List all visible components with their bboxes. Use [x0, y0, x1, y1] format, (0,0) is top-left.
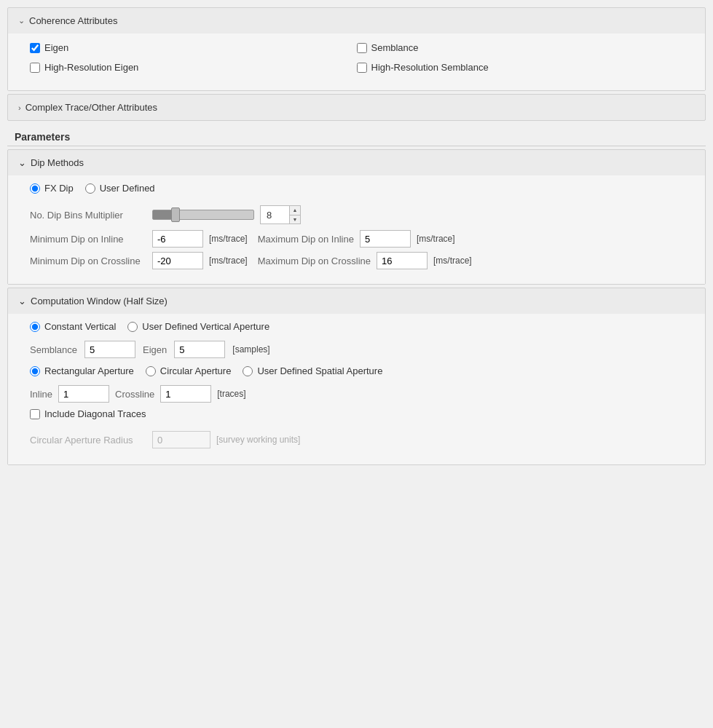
circ-aperture-radio[interactable]: [146, 366, 156, 376]
const-vertical-label-text: Constant Vertical: [44, 321, 116, 332]
spatial-aperture-radio-row: Rectangular Aperture Circular Aperture U…: [30, 365, 683, 376]
eigen-checkbox[interactable]: [30, 43, 40, 53]
max-dip-inline-label: Maximum Dip on Inline: [258, 234, 354, 245]
eigen-checkbox-row: Eigen: [30, 42, 357, 53]
computation-window-collapse-arrow: ⌄: [18, 296, 26, 306]
dip-bins-slider-container: [152, 210, 254, 220]
dip-methods-collapse-arrow: ⌄: [18, 157, 26, 168]
dip-bins-slider-track[interactable]: [152, 210, 254, 220]
user-defined-dip-label[interactable]: User Defined: [85, 183, 155, 194]
inline-input[interactable]: [58, 385, 109, 403]
user-defined-dip-radio[interactable]: [85, 183, 95, 194]
include-diagonal-label[interactable]: Include Diagonal Traces: [30, 408, 146, 419]
circ-aperture-label[interactable]: Circular Aperture: [146, 365, 232, 376]
semblance-eigen-row: Semblance Eigen [samples]: [30, 341, 683, 358]
dip-methods-section: ⌄ Dip Methods FX Dip User Defined No. Di…: [7, 149, 706, 285]
fx-dip-label[interactable]: FX Dip: [30, 183, 74, 194]
semblance-label-text: Semblance: [371, 42, 419, 53]
high-res-eigen-checkbox[interactable]: [30, 63, 40, 73]
complex-trace-section: › Complex Trace/Other Attributes: [7, 94, 706, 121]
crossline-input[interactable]: [160, 385, 211, 403]
rect-aperture-label-text: Rectangular Aperture: [44, 365, 134, 376]
dip-methods-body: FX Dip User Defined No. Dip Bins Multipl…: [8, 175, 705, 284]
main-panel: ⌄ Coherence Attributes Eigen Semblance: [0, 0, 713, 728]
parameters-header: Parameters: [7, 124, 706, 146]
complex-trace-collapse-arrow: ›: [18, 103, 21, 112]
circular-aperture-label: Circular Aperture Radius: [30, 435, 146, 446]
min-dip-crossline-label: Minimum Dip on Crossline: [30, 256, 146, 266]
dip-methods-title: Dip Methods: [31, 157, 84, 168]
min-dip-inline-input[interactable]: [152, 230, 203, 248]
circular-aperture-input[interactable]: [152, 431, 210, 448]
coherence-checkboxes-grid: Eigen Semblance High-Resolution Eigen: [23, 39, 690, 80]
high-res-semblance-checkbox[interactable]: [357, 63, 367, 73]
user-defined-dip-label-text: User Defined: [100, 183, 155, 194]
dip-bins-up-arrow[interactable]: ▲: [290, 206, 300, 215]
eigen-field-label: Eigen: [143, 344, 167, 355]
coherence-attributes-title: Coherence Attributes: [29, 15, 117, 26]
dip-method-radio-row: FX Dip User Defined: [30, 183, 683, 194]
semblance-value-input[interactable]: [84, 341, 135, 358]
include-diagonal-checkbox[interactable]: [30, 409, 40, 419]
include-diagonal-row: Include Diagonal Traces: [30, 408, 683, 419]
complex-trace-header[interactable]: › Complex Trace/Other Attributes: [8, 95, 705, 120]
fx-dip-label-text: FX Dip: [44, 183, 74, 194]
eigen-label[interactable]: Eigen: [30, 42, 68, 53]
eigen-label-text: Eigen: [44, 42, 68, 53]
high-res-semblance-label[interactable]: High-Resolution Semblance: [357, 62, 489, 73]
complex-trace-title: Complex Trace/Other Attributes: [25, 102, 157, 113]
semblance-field-label: Semblance: [30, 344, 77, 355]
const-vertical-radio[interactable]: [30, 322, 40, 332]
dip-crossline-row: Minimum Dip on Crossline [ms/trace] Maxi…: [30, 252, 683, 269]
const-vertical-label[interactable]: Constant Vertical: [30, 321, 116, 332]
min-dip-crossline-input[interactable]: [152, 252, 203, 269]
traces-unit: [traces]: [217, 389, 245, 399]
coherence-attributes-header[interactable]: ⌄ Coherence Attributes: [8, 8, 705, 33]
fx-dip-radio[interactable]: [30, 183, 40, 194]
high-res-eigen-label[interactable]: High-Resolution Eigen: [30, 62, 138, 73]
circular-aperture-row: Circular Aperture Radius [survey working…: [30, 431, 683, 448]
inline-crossline-row: Inline Crossline [traces]: [30, 385, 683, 403]
user-def-vertical-label-text: User Defined Vertical Aperture: [142, 321, 269, 332]
max-dip-crossline-input[interactable]: [377, 252, 428, 269]
rect-aperture-radio[interactable]: [30, 366, 40, 376]
dip-bins-label: No. Dip Bins Multiplier: [30, 210, 146, 221]
samples-unit: [samples]: [232, 344, 269, 355]
dip-bins-spinner[interactable]: 8 ▲ ▼: [260, 205, 301, 224]
user-def-vertical-label[interactable]: User Defined Vertical Aperture: [127, 321, 269, 332]
computation-window-body: Constant Vertical User Defined Vertical …: [8, 314, 705, 464]
dip-methods-header[interactable]: ⌄ Dip Methods: [8, 150, 705, 175]
dip-bins-slider-thumb[interactable]: [171, 207, 180, 222]
rect-aperture-label[interactable]: Rectangular Aperture: [30, 365, 134, 376]
eigen-value-input[interactable]: [174, 341, 225, 358]
user-def-spatial-label-text: User Defined Spatial Aperture: [257, 365, 382, 376]
min-dip-inline-unit: [ms/trace]: [209, 234, 248, 244]
inline-label: Inline: [30, 389, 52, 400]
min-dip-inline-label: Minimum Dip on Inline: [30, 234, 146, 245]
user-def-spatial-label[interactable]: User Defined Spatial Aperture: [243, 365, 382, 376]
max-dip-crossline-label: Maximum Dip on Crossline: [258, 256, 371, 266]
circular-aperture-unit: [survey working units]: [216, 435, 300, 445]
semblance-label[interactable]: Semblance: [357, 42, 419, 53]
high-res-semblance-label-text: High-Resolution Semblance: [371, 62, 489, 73]
computation-window-section: ⌄ Computation Window (Half Size) Constan…: [7, 288, 706, 465]
user-def-vertical-radio[interactable]: [127, 322, 138, 332]
include-diagonal-label-text: Include Diagonal Traces: [44, 408, 146, 419]
computation-window-header[interactable]: ⌄ Computation Window (Half Size): [8, 288, 705, 314]
vertical-aperture-radio-row: Constant Vertical User Defined Vertical …: [30, 321, 683, 332]
coherence-attributes-section: ⌄ Coherence Attributes Eigen Semblance: [7, 7, 706, 91]
semblance-checkbox-row: Semblance: [357, 42, 684, 53]
min-dip-crossline-unit: [ms/trace]: [209, 256, 248, 266]
semblance-checkbox[interactable]: [357, 43, 367, 53]
coherence-collapse-arrow: ⌄: [18, 16, 25, 25]
circ-aperture-label-text: Circular Aperture: [160, 365, 232, 376]
dip-bins-row: No. Dip Bins Multiplier 8 ▲ ▼: [30, 205, 683, 224]
max-dip-crossline-unit: [ms/trace]: [433, 256, 472, 266]
crossline-label: Crossline: [115, 389, 154, 400]
dip-bins-down-arrow[interactable]: ▼: [290, 215, 300, 224]
max-dip-inline-input[interactable]: [360, 230, 411, 248]
high-res-eigen-label-text: High-Resolution Eigen: [44, 62, 138, 73]
dip-inline-row: Minimum Dip on Inline [ms/trace] Maximum…: [30, 230, 683, 248]
user-def-spatial-radio[interactable]: [243, 366, 253, 376]
high-res-semblance-checkbox-row: High-Resolution Semblance: [357, 62, 684, 73]
